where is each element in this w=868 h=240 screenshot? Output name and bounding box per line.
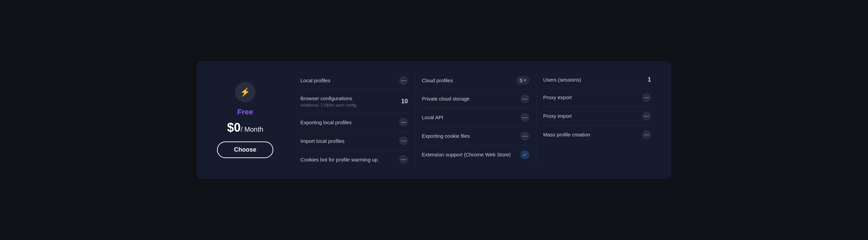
lightning-icon: ⚡ — [240, 87, 250, 97]
feature-row: Exporting cookie files — — [422, 127, 529, 146]
features-grid: Local profiles — Browser configurations … — [294, 71, 658, 169]
chevron-down-icon: ▾ — [524, 78, 526, 83]
feature-sublabel: Additional: 2.5$/for each config — [300, 103, 398, 108]
dash-icon: — — [401, 78, 406, 83]
feature-row: Mass profile creation — — [543, 126, 651, 144]
feature-label: Users (sessions) — [543, 76, 644, 83]
feature-column-2: Cloud profiles 5 ▾ Private cloud storage… — [415, 71, 536, 164]
dash-icon: — — [522, 115, 528, 120]
dash-badge: — — [399, 136, 408, 145]
feature-column-3: Users (sessions) 1 Proxy export — Proxy … — [536, 71, 658, 144]
dash-badge: — — [642, 93, 651, 102]
feature-value: 10 — [401, 98, 408, 105]
feature-label: Mass profile creation — [543, 131, 639, 138]
feature-label: Proxy export — [543, 94, 639, 101]
dash-icon: — — [401, 157, 406, 162]
feature-row: Local API — — [422, 108, 529, 127]
feature-row: Proxy import — — [543, 107, 651, 126]
feature-row: Cookies bot for profile warming up. — — [300, 150, 408, 169]
feature-row: Browser configurations Additional: 2.5$/… — [300, 90, 408, 113]
plan-left-panel: ⚡ Free $0/ Month Choose — [210, 71, 280, 169]
feature-label: Browser configurations Additional: 2.5$/… — [300, 95, 398, 108]
check-icon: ✔ — [523, 152, 527, 157]
feature-label: Exporting cookie files — [422, 132, 517, 139]
plan-icon-circle: ⚡ — [235, 82, 255, 102]
feature-column-1: Local profiles — Browser configurations … — [294, 71, 415, 169]
dash-icon: — — [522, 133, 528, 139]
plan-name: Free — [237, 108, 253, 116]
feature-label: Import local profiles — [300, 137, 396, 145]
feature-label: Local API — [422, 114, 517, 121]
feature-row: Proxy export — — [543, 88, 651, 107]
dash-icon: — — [401, 138, 406, 144]
feature-value: 1 — [648, 76, 651, 83]
dropdown-value: 5 — [520, 78, 522, 83]
pricing-card: ⚡ Free $0/ Month Choose Local profiles —… — [197, 61, 671, 179]
per-month-label: / Month — [241, 126, 263, 133]
feature-row: Extension support (Chrome Web Store) ✔ — [422, 146, 529, 164]
feature-label: Exporting local profiles — [300, 119, 396, 126]
feature-label: Cloud profiles — [422, 77, 513, 84]
feature-row: Import local profiles — — [300, 132, 408, 150]
dash-icon: — — [644, 132, 649, 137]
feature-row: Cloud profiles 5 ▾ — [422, 71, 529, 90]
choose-button[interactable]: Choose — [217, 141, 273, 158]
dash-icon: — — [522, 96, 528, 102]
dash-icon: — — [401, 119, 406, 125]
feature-row: Local profiles — — [300, 71, 408, 90]
dash-icon: — — [644, 95, 649, 100]
feature-label: Extension support (Chrome Web Store) — [422, 151, 517, 158]
cloud-profiles-dropdown[interactable]: 5 ▾ — [516, 76, 529, 85]
dash-badge: — — [520, 94, 529, 103]
check-badge: ✔ — [520, 150, 529, 159]
price-value: $0 — [227, 121, 241, 134]
plan-price: $0/ Month — [227, 121, 263, 135]
dash-badge: — — [399, 155, 408, 164]
feature-row: Exporting local profiles — — [300, 113, 408, 132]
dash-badge: — — [520, 132, 529, 140]
feature-label: Proxy import — [543, 112, 639, 119]
dash-badge: — — [399, 76, 408, 85]
feature-label: Cookies bot for profile warming up. — [300, 156, 396, 163]
dash-badge: — — [399, 118, 408, 127]
feature-label: Private cloud storage — [422, 95, 517, 102]
feature-label: Local profiles — [300, 77, 396, 84]
feature-row: Private cloud storage — — [422, 90, 529, 108]
dash-icon: — — [644, 113, 649, 119]
dash-badge: — — [642, 112, 651, 121]
dash-badge: — — [642, 130, 651, 139]
dash-badge: — — [520, 113, 529, 122]
feature-row: Users (sessions) 1 — [543, 71, 651, 88]
